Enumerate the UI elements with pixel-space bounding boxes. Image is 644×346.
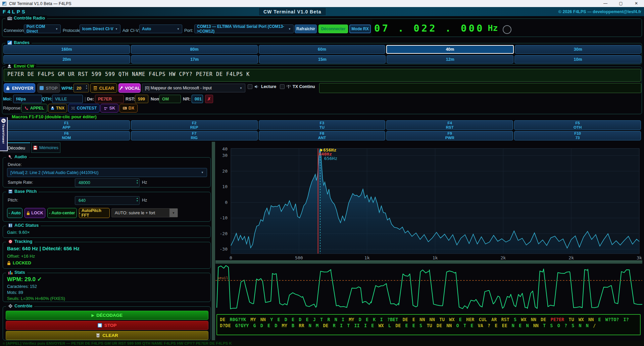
bands-group-label: Bandes	[5, 40, 32, 45]
decoded-token: R	[327, 317, 330, 322]
de-input[interactable]: PE7ER	[95, 95, 124, 103]
macro-button-F9[interactable]: F9PWR	[386, 131, 513, 140]
decoded-token: EE	[502, 323, 507, 328]
decoded-token: N	[579, 323, 581, 328]
protocole-select[interactable]: Icom Direct CI-V▼	[80, 25, 120, 33]
band-button-20m[interactable]: 20m	[3, 55, 130, 63]
macro-button-F4[interactable]: F4RST	[386, 120, 513, 130]
decoded-token: MY	[349, 317, 354, 322]
wpm-stepper[interactable]: 20 ▲▼	[73, 84, 89, 92]
decoded-token: I	[340, 323, 343, 328]
checkbox[interactable]	[248, 84, 252, 89]
band-button-15m[interactable]: 15m	[259, 55, 386, 63]
tx-continu-checkbox[interactable]: TX Continu	[280, 84, 315, 89]
decoded-token: RST	[501, 317, 509, 322]
qth-input[interactable]: VILLE	[52, 95, 83, 103]
contest-button[interactable]: CONTEST	[68, 104, 100, 113]
audio-output-select[interactable]: [0] Mappeur de sons Microsoft - Input▼	[142, 84, 245, 92]
chevron-down-icon: ▼	[288, 28, 291, 31]
decoded-token: G	[253, 323, 256, 328]
stepper-arrows[interactable]: ▲▼	[86, 85, 88, 89]
sk-button[interactable]: SK	[100, 104, 118, 113]
clear-decode-button[interactable]: CLEAR	[6, 331, 208, 340]
lecture-checkbox[interactable]: Lecture	[248, 84, 276, 89]
connexion-select[interactable]: Port COM Direct▼	[24, 25, 61, 33]
decoded-token: NN	[430, 317, 435, 322]
cw-key-icon	[7, 64, 12, 68]
stepper-arrows[interactable]: ▲▼	[136, 197, 138, 202]
auto-button[interactable]: •Auto	[7, 208, 22, 218]
macro-button-F5[interactable]: F5OTH	[514, 120, 641, 130]
decoded-token: E	[267, 323, 270, 328]
app-title-box: CW Terminal V1.0 Beta	[258, 7, 326, 16]
send-button[interactable]: ENVOYER	[4, 83, 35, 93]
rst-input[interactable]: 599	[135, 95, 148, 103]
radio-control-group: Contrôle Radio Connexion: Port COM Direc…	[2, 18, 642, 37]
stats-group-label: Stats	[6, 270, 27, 275]
macro-button-F8[interactable]: F8ANT	[259, 131, 386, 140]
decoded-token: O	[557, 323, 560, 328]
stats-chars: Caractères: 152	[7, 284, 37, 289]
sample-rate-label: Sample Rate:	[8, 180, 33, 185]
band-button-60m[interactable]: 60m	[259, 45, 385, 54]
sample-rate-unit: Hz	[142, 180, 147, 185]
nom-input[interactable]: OM	[159, 95, 181, 103]
disconnect-button[interactable]: Déconnecter	[318, 25, 348, 33]
autopitch-fft-button[interactable]: •AutoPitch FFT	[79, 208, 110, 218]
port-select[interactable]: COM13 — ELTIMA Virtual Serial Port (COM1…	[194, 25, 294, 33]
decoded-token: I	[364, 323, 367, 328]
band-button-160m[interactable]: 160m	[3, 45, 130, 54]
nr-input[interactable]: 001	[192, 95, 203, 103]
tnx-button[interactable]: TNX	[48, 104, 67, 113]
appel-button[interactable]: APPEL	[21, 104, 47, 113]
minimize-button[interactable]: —	[598, 0, 613, 7]
band-button-40m[interactable]: 40m	[386, 45, 513, 54]
pitch-stepper[interactable]: 640▲▼	[75, 196, 140, 205]
teamviewer-tab[interactable]: ↻ TeamViewer	[0, 117, 8, 151]
macro-button-F3[interactable]: F3TU	[259, 120, 386, 130]
moi-input[interactable]: f4lps	[13, 95, 42, 103]
decoder-panel: Décodeu Mémoires Audio Device: [Virtual]…	[3, 142, 211, 340]
stepper-arrows[interactable]: ▲▼	[136, 179, 138, 184]
cw-message-input[interactable]: PE7ER DE F4LPS GM UR RST 599 599 QTH NAM…	[4, 69, 641, 82]
refresh-button[interactable]: Rafraîchir	[295, 25, 317, 33]
decoded-token: TU	[439, 317, 445, 322]
decoded-token: O	[456, 323, 459, 328]
checkbox[interactable]	[280, 84, 285, 89]
sample-rate-stepper[interactable]: 48000▲▼	[75, 178, 140, 187]
panel-splitter[interactable]	[212, 142, 215, 340]
decodage-button[interactable]: ▶DÉCODAGE	[6, 311, 208, 320]
macro-button-F1[interactable]: F1APP	[3, 120, 130, 130]
close-button[interactable]: ✕	[629, 0, 644, 7]
band-button-80m[interactable]: 80m	[131, 45, 257, 54]
dx-button[interactable]: DX	[119, 104, 138, 113]
delete-qso-button[interactable]: ✗	[205, 95, 213, 103]
mode-rx-button[interactable]: Mode RX	[349, 25, 371, 33]
bands-group: Bandes 160m80m60m40m30m 20m17m15m12m10m	[2, 43, 642, 64]
lock-button[interactable]: LOCK	[24, 208, 45, 218]
adr-civ-select[interactable]: Auto▼	[139, 25, 182, 33]
clear-tx-button[interactable]: CLEAR	[90, 83, 117, 93]
band-button-10m[interactable]: 10m	[514, 55, 641, 63]
band-button-17m[interactable]: 17m	[131, 55, 258, 63]
svg-text:seuil: seuil	[217, 276, 228, 280]
stop-decode-button[interactable]: STOP	[6, 321, 208, 330]
tab-memories[interactable]: Mémoires	[31, 142, 60, 153]
radio-icon	[7, 16, 12, 20]
app-header: F4LPS CW Terminal V1.0 Beta © 2026 F4LPS…	[0, 7, 644, 16]
stop-tx-button[interactable]: STOP	[37, 83, 60, 93]
decoded-token: DE	[402, 317, 408, 322]
band-button-30m[interactable]: 30m	[515, 45, 641, 54]
macro-button-F6[interactable]: F6NOM	[3, 131, 130, 140]
macro-button-F10[interactable]: F1073	[514, 131, 641, 140]
band-button-12m[interactable]: 12m	[387, 55, 513, 63]
vocal-button[interactable]: VOCAL	[118, 83, 141, 93]
decoded-token: N	[335, 317, 337, 322]
auto-center-button[interactable]: •Auto-center	[47, 208, 77, 218]
device-select[interactable]: [Virtual] 2: Line 2 (Virtual Audio Cable…	[7, 168, 207, 177]
maximize-button[interactable]: ▢	[613, 0, 629, 7]
macro-button-F2[interactable]: F2REP	[131, 120, 258, 130]
macro-button-F7[interactable]: F7RIG	[131, 131, 258, 140]
pitch-mode-select[interactable]: AUTO: suivre le + fort▼	[111, 208, 178, 217]
svg-text:-30: -30	[220, 247, 228, 252]
